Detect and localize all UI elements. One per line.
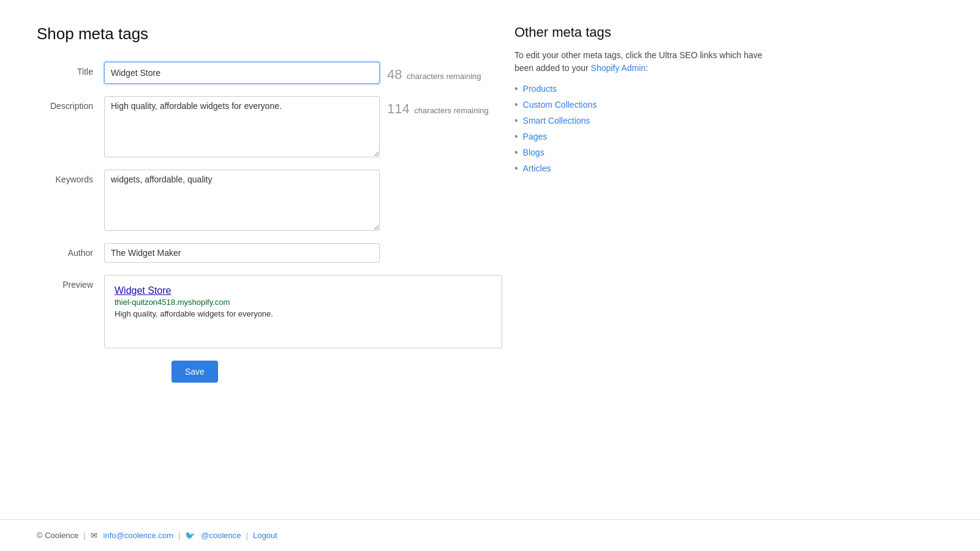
articles-link[interactable]: Articles [523,163,551,173]
email-icon: ✉ [91,531,97,540]
title-label: Title [37,62,104,77]
title-input[interactable] [104,62,380,84]
footer-logout-link[interactable]: Logout [253,531,277,540]
footer: © Coolence | ✉ info@coolence.com | 🐦 @co… [0,519,980,551]
footer-twitter-link[interactable]: @coolence [201,531,241,540]
description-label: Description [37,96,104,111]
list-item: Products [514,83,772,94]
page-title: Shop meta tags [37,24,466,43]
footer-email-link[interactable]: info@coolence.com [104,531,173,540]
twitter-icon: 🐦 [185,531,195,540]
list-item: Custom Collections [514,99,772,110]
preview-row: Preview Widget Store thiel-quitzon4518.m… [37,275,466,348]
list-item: Pages [514,131,772,142]
save-row: Save [37,361,466,383]
other-meta-intro: To edit your other meta tags, click the … [514,49,772,75]
title-row: Title 48 characters remaining [37,62,466,84]
products-link[interactable]: Products [523,84,557,94]
author-row: Author [37,243,466,263]
list-item: Articles [514,163,772,174]
smart-collections-link[interactable]: Smart Collections [523,116,590,126]
author-label: Author [37,243,104,258]
other-meta-links-list: Products Custom Collections Smart Collec… [514,83,772,174]
preview-label: Preview [37,275,104,290]
description-input[interactable]: High quality, affordable widgets for eve… [104,96,380,157]
footer-sep-2: | [178,531,180,540]
description-char-count: 114 characters remaining [387,96,489,117]
preview-url: thiel-quitzon4518.myshopify.com [115,298,492,307]
list-item: Blogs [514,147,772,158]
keywords-input[interactable]: widgets, affordable, quality [104,170,380,231]
footer-sep-3: | [246,531,248,540]
preview-title[interactable]: Widget Store [115,285,492,296]
footer-copyright: © Coolence [37,531,78,540]
author-input[interactable] [104,243,380,263]
pages-link[interactable]: Pages [523,132,548,141]
shopify-admin-link[interactable]: Shopify Admin [591,63,646,73]
description-row: Description High quality, affordable wid… [37,96,466,157]
footer-sep-1: | [83,531,85,540]
keywords-label: Keywords [37,170,104,184]
save-button[interactable]: Save [172,361,218,383]
title-char-count: 48 characters remaining [387,62,481,83]
preview-description: High quality, affordable widgets for eve… [115,309,492,318]
preview-box: Widget Store thiel-quitzon4518.myshopify… [104,275,502,348]
keywords-row: Keywords widgets, affordable, quality [37,170,466,231]
other-meta-title: Other meta tags [514,24,772,40]
list-item: Smart Collections [514,115,772,126]
custom-collections-link[interactable]: Custom Collections [523,100,597,110]
blogs-link[interactable]: Blogs [523,148,545,157]
